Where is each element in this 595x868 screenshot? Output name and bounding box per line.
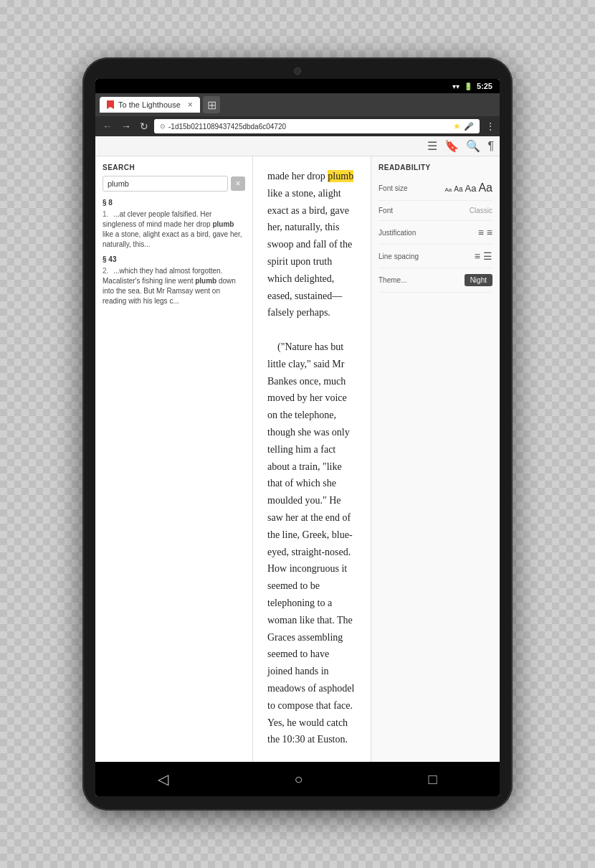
- result-item-1[interactable]: 1. ...at clever people falsified. Her si…: [103, 209, 245, 250]
- recent-nav-icon[interactable]: □: [428, 771, 437, 788]
- tablet-screen: ▾▾ 🔋 5:25 To the Lighthouse × ⊞ ← → ↻: [95, 79, 500, 796]
- result-section-1: § 8 1. ...at clever people falsified. He…: [103, 199, 245, 250]
- font-size-md[interactable]: Aa: [465, 183, 477, 194]
- new-tab-button[interactable]: ⊞: [203, 96, 220, 113]
- mic-icon[interactable]: 🎤: [464, 122, 474, 131]
- font-value: Classic: [470, 207, 492, 214]
- result-num-2: 2.: [103, 267, 108, 275]
- address-bar[interactable]: ⊙ -1d15b0211089437425dbda6c04720 ★ 🎤: [154, 119, 480, 133]
- menu-button[interactable]: ⋮: [485, 121, 495, 132]
- font-size-xs[interactable]: Aa: [444, 187, 452, 193]
- bookmark-icon[interactable]: 🔖: [444, 139, 459, 153]
- result-section-header-1: § 8: [103, 199, 245, 207]
- result-highlight-1: plumb: [212, 220, 234, 228]
- font-label: Font: [379, 207, 393, 214]
- result-item-2[interactable]: 2. ...which they had almost forgotten. M…: [103, 266, 245, 306]
- justification-label: Justification: [379, 229, 416, 237]
- home-nav-icon[interactable]: ○: [294, 771, 303, 788]
- spacing-compact-icon[interactable]: ≡: [475, 250, 480, 262]
- url-text: -1d15b0211089437425dbda6c04720: [168, 123, 450, 131]
- line-spacing-label: Line spacing: [379, 253, 419, 260]
- nav-bar: ← → ↻ ⊙ -1d15b0211089437425dbda6c04720 ★…: [95, 116, 500, 136]
- status-bar: ▾▾ 🔋 5:25: [95, 79, 500, 93]
- readability-panel-title: READABILITY: [379, 164, 492, 171]
- result-post-1: like a stone, alight exact as a bird, ga…: [103, 230, 242, 248]
- browser-chrome: To the Lighthouse × ⊞ ← → ↻ ⊙ -1d15b0211…: [95, 93, 500, 136]
- tablet-device: ▾▾ 🔋 5:25 To the Lighthouse × ⊞ ← → ↻: [82, 57, 513, 811]
- bottom-nav: ◁ ○ □: [95, 762, 500, 796]
- active-tab[interactable]: To the Lighthouse ×: [100, 97, 200, 113]
- hamburger-icon[interactable]: ☰: [427, 139, 437, 153]
- back-button[interactable]: ←: [100, 119, 115, 133]
- tab-close-button[interactable]: ×: [188, 100, 193, 110]
- search-panel: SEARCH × § 8 1. ...at clever people fals…: [95, 156, 253, 762]
- search-icon[interactable]: 🔍: [466, 139, 480, 153]
- search-panel-title: SEARCH: [103, 164, 245, 171]
- result-num-1: 1.: [103, 210, 108, 218]
- refresh-button[interactable]: ↻: [137, 119, 151, 133]
- justify-right-icon[interactable]: ≡: [487, 227, 492, 238]
- line-spacing-row: Line spacing ≡ ☰: [379, 245, 492, 268]
- lock-icon: ⊙: [160, 123, 166, 130]
- camera: [294, 67, 301, 75]
- search-clear-button[interactable]: ×: [231, 176, 245, 191]
- book-paragraph-1: made her drop plumb like a stone, alight…: [267, 168, 356, 321]
- tab-bar: To the Lighthouse × ⊞: [95, 93, 500, 116]
- spacing-loose-icon[interactable]: ☰: [483, 250, 492, 262]
- font-row: Font Classic: [379, 201, 492, 221]
- font-size-sm[interactable]: Aa: [454, 185, 462, 193]
- result-highlight-2: plumb: [195, 277, 216, 285]
- result-section-2: § 43 2. ...which they had almost forgott…: [103, 255, 245, 306]
- font-size-label: Font size: [379, 184, 408, 192]
- tab-bookmark-icon: [107, 100, 114, 109]
- highlighted-word: plumb: [328, 170, 353, 182]
- result-pre-1: ...at clever people falsified. Her singl…: [103, 210, 212, 228]
- book-paragraph-2: ("Nature has but little clay," said Mr B…: [267, 339, 356, 748]
- browser-toolbar: ☰ 🔖 🔍 ¶: [95, 136, 500, 156]
- battery-icon: 🔋: [464, 82, 472, 90]
- theme-row: Theme... Night: [379, 268, 492, 293]
- spacing-icons: ≡ ☰: [475, 250, 492, 262]
- forward-button[interactable]: →: [118, 119, 134, 133]
- justify-icons: ≡ ≡: [478, 227, 492, 238]
- browser-content: SEARCH × § 8 1. ...at clever people fals…: [95, 156, 500, 762]
- justification-row: Justification ≡ ≡: [379, 221, 492, 245]
- tab-title: To the Lighthouse: [118, 100, 181, 109]
- status-time: 5:25: [477, 82, 492, 90]
- theme-label: Theme...: [379, 276, 406, 284]
- search-input[interactable]: [103, 176, 228, 192]
- wifi-icon: ▾▾: [452, 82, 460, 90]
- theme-button[interactable]: Night: [465, 274, 492, 286]
- result-section-header-2: § 43: [103, 255, 245, 263]
- back-nav-icon[interactable]: ◁: [158, 770, 168, 788]
- search-input-row: ×: [103, 176, 245, 192]
- paragraph-icon[interactable]: ¶: [487, 140, 494, 153]
- readability-panel: READABILITY Font size Aa Aa Aa Aa Font C…: [371, 156, 500, 762]
- justify-left-icon[interactable]: ≡: [478, 227, 484, 238]
- font-size-lg[interactable]: Aa: [478, 181, 492, 194]
- font-size-options: Aa Aa Aa Aa: [444, 181, 492, 194]
- star-icon[interactable]: ★: [453, 121, 461, 131]
- font-size-row: Font size Aa Aa Aa Aa: [379, 176, 492, 201]
- book-content: made her drop plumb like a stone, alight…: [253, 156, 371, 762]
